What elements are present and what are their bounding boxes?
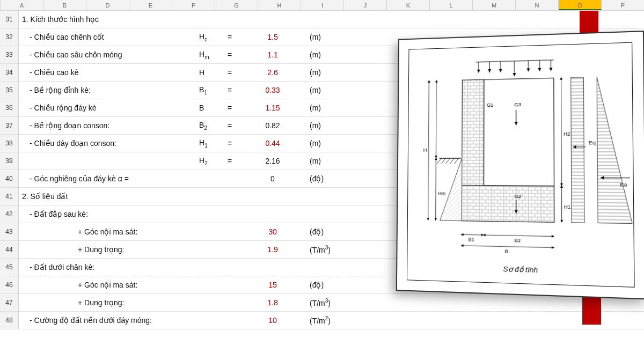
col-header-J[interactable]: J xyxy=(344,0,387,10)
row-number[interactable]: 38 xyxy=(0,135,19,152)
cell-unit[interactable]: (m) xyxy=(308,121,350,130)
row-number[interactable]: 44 xyxy=(0,241,19,258)
cell-value[interactable]: 1.8 xyxy=(238,298,308,307)
col-header-N[interactable]: N xyxy=(516,0,559,10)
cell-equals[interactable]: = xyxy=(222,50,238,59)
cell-symbol[interactable]: H1 xyxy=(196,138,222,149)
cell-equals[interactable]: = xyxy=(222,33,238,41)
row-number[interactable]: 41 xyxy=(0,188,19,205)
col-header-O[interactable]: O xyxy=(559,0,602,10)
cell-unit[interactable]: (độ) xyxy=(308,174,350,183)
cell-equals[interactable]: = xyxy=(222,68,238,77)
row-number[interactable]: 33 xyxy=(0,46,19,63)
cell-value[interactable]: 30 xyxy=(238,227,308,236)
row-number[interactable]: 48 xyxy=(0,312,19,329)
row-number[interactable]: 46 xyxy=(0,276,19,293)
col-header-B[interactable]: B xyxy=(43,0,86,10)
row-number[interactable]: 35 xyxy=(0,82,19,99)
col-header-F[interactable]: F xyxy=(172,0,215,10)
cell-unit[interactable]: (T/m3) xyxy=(308,245,350,254)
cell-symbol[interactable]: H2 xyxy=(196,156,222,166)
row-number[interactable]: 39 xyxy=(0,152,19,170)
cell-value[interactable]: 0.82 xyxy=(238,121,308,130)
cell-desc[interactable]: + Dung trọng: xyxy=(19,245,196,254)
cell-symbol[interactable]: B xyxy=(196,104,222,112)
cell-value[interactable]: 2.16 xyxy=(238,157,308,165)
col-header-G[interactable]: G xyxy=(215,0,258,10)
cell-value[interactable]: 1.9 xyxy=(238,245,308,254)
cell-symbol[interactable]: B1 xyxy=(196,85,222,95)
cell-value[interactable]: 15 xyxy=(238,281,308,289)
col-header-M[interactable]: M xyxy=(473,0,516,10)
cell-unit[interactable]: (T/m3) xyxy=(308,298,350,307)
cell-unit[interactable]: (m) xyxy=(308,33,350,41)
cell-desc[interactable]: - Chiều rộng đáy kè xyxy=(19,104,196,112)
row-47[interactable]: 47+ Dung trọng:1.8(T/m3) xyxy=(0,294,644,312)
cell-unit[interactable]: (T/m2) xyxy=(308,315,350,325)
cell-desc[interactable]: 2. Số liệu đất xyxy=(19,192,196,201)
row-number[interactable]: 31 xyxy=(0,11,19,28)
col-header-I[interactable]: I xyxy=(301,0,344,10)
cell-desc[interactable]: - Bề rộng đoạn conson: xyxy=(19,121,196,130)
row-number[interactable]: 45 xyxy=(0,259,19,276)
cell-symbol[interactable]: H xyxy=(196,68,222,77)
row-number[interactable]: 40 xyxy=(0,170,19,187)
cell-symbol[interactable]: B2 xyxy=(196,121,222,131)
row-number[interactable]: 32 xyxy=(0,28,19,46)
cell-value[interactable]: 0.44 xyxy=(238,139,308,148)
cell-equals[interactable]: = xyxy=(222,121,238,130)
cell-equals[interactable]: = xyxy=(222,157,238,165)
col-header-L[interactable]: L xyxy=(430,0,473,10)
cell-unit[interactable]: (m) xyxy=(308,68,350,77)
cell-unit[interactable]: (m) xyxy=(308,139,350,148)
col-header-D[interactable]: D xyxy=(86,0,129,10)
svg-rect-19 xyxy=(484,78,554,186)
col-header-A[interactable]: A xyxy=(1,0,43,10)
row-number[interactable]: 34 xyxy=(0,64,19,81)
row-number[interactable]: 42 xyxy=(0,205,19,223)
label-g2: G2 xyxy=(515,193,522,199)
row-number[interactable]: 37 xyxy=(0,117,19,134)
cell-desc[interactable]: - Góc nghiêng của đáy kè α = xyxy=(19,174,196,183)
cell-desc[interactable]: 1. Kích thước hình học xyxy=(19,15,196,24)
col-header-H[interactable]: H xyxy=(258,0,301,10)
cell-equals[interactable]: = xyxy=(222,139,238,148)
cell-value[interactable]: 1.15 xyxy=(238,104,308,112)
row-number[interactable]: 43 xyxy=(0,223,19,240)
col-header-K[interactable]: K xyxy=(387,0,430,10)
cell-desc[interactable]: - Đất đắp sau kè: xyxy=(19,210,196,218)
row-31[interactable]: 311. Kích thước hình học xyxy=(0,11,644,28)
row-number[interactable]: 47 xyxy=(0,294,19,311)
cell-unit[interactable]: (m) xyxy=(308,50,350,59)
cell-symbol[interactable]: Hm xyxy=(196,50,222,60)
cell-value[interactable]: 2.6 xyxy=(238,68,308,77)
row-number[interactable]: 36 xyxy=(0,99,19,116)
cell-desc[interactable]: - Chiều cao kè xyxy=(19,68,196,77)
cell-desc[interactable]: - Chiều dày đoạn conson: xyxy=(19,139,196,148)
row-48[interactable]: 48- Cường độ đất nền dưới đáy móng:10(T/… xyxy=(0,312,644,329)
cell-unit[interactable]: (độ) xyxy=(308,227,350,236)
cell-value[interactable]: 0.33 xyxy=(238,86,308,94)
col-header-P[interactable]: P xyxy=(602,0,644,10)
floating-diagram[interactable]: Eq Ea G1 G3 G2 H Hm H2 H1 xyxy=(396,31,644,299)
cell-unit[interactable]: (m) xyxy=(308,157,350,165)
cell-desc[interactable]: - Cường độ đất nền dưới đáy móng: xyxy=(19,316,196,325)
cell-unit[interactable]: (độ) xyxy=(308,281,350,289)
cell-desc[interactable]: - Chiều cao chênh cốt xyxy=(19,33,196,41)
cell-desc[interactable]: - Đất dưới chân kè: xyxy=(19,263,196,271)
cell-symbol[interactable]: Hc xyxy=(196,32,222,42)
cell-equals[interactable]: = xyxy=(222,86,238,94)
cell-desc[interactable]: + Góc nội ma sát: xyxy=(19,227,196,236)
cell-value[interactable]: 1.1 xyxy=(238,50,308,59)
cell-value[interactable]: 0 xyxy=(238,174,308,183)
col-header-E[interactable]: E xyxy=(129,0,172,10)
cell-equals[interactable]: = xyxy=(222,104,238,112)
cell-desc[interactable]: - Chiều cao sâu chôn móng xyxy=(19,50,196,59)
cell-unit[interactable]: (m) xyxy=(308,104,350,112)
cell-desc[interactable]: + Góc nội ma sát: xyxy=(19,281,196,289)
cell-desc[interactable]: - Bề rộng đỉnh kè: xyxy=(19,86,196,94)
cell-desc[interactable]: + Dung trọng: xyxy=(19,298,196,307)
cell-value[interactable]: 10 xyxy=(238,316,308,325)
cell-value[interactable]: 1.5 xyxy=(238,33,308,41)
cell-unit[interactable]: (m) xyxy=(308,86,350,94)
